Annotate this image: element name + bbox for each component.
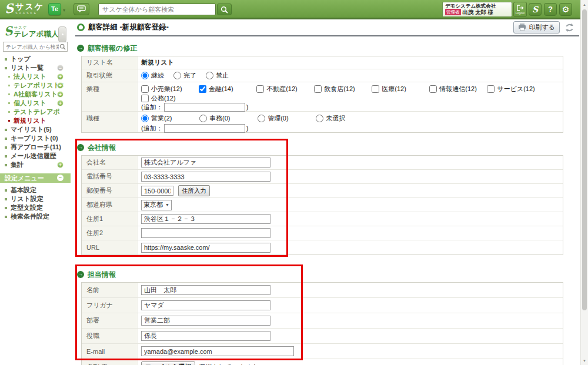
company-name-input[interactable] bbox=[141, 158, 270, 168]
add-icon[interactable]: + bbox=[57, 73, 64, 80]
checkbox-service[interactable]: サービス(12) bbox=[487, 83, 543, 94]
radio-sales[interactable]: 営業(2) bbox=[141, 113, 198, 123]
radio-input[interactable] bbox=[141, 115, 149, 122]
url-input[interactable] bbox=[141, 243, 270, 253]
sidebar-item-keep-list[interactable]: キープリスト(0) bbox=[0, 134, 71, 143]
sidebar-item-reapproach[interactable]: 再アプローチ(11) bbox=[0, 143, 71, 152]
radio-management[interactable]: 管理(0) bbox=[258, 113, 314, 123]
checkbox-input[interactable] bbox=[256, 85, 264, 93]
checkbox-realestate[interactable]: 不動産(12) bbox=[256, 83, 312, 94]
checkbox-it[interactable]: 情報通信(12) bbox=[429, 83, 485, 94]
checkbox-input[interactable] bbox=[314, 85, 322, 93]
radio-input[interactable] bbox=[199, 115, 207, 122]
saaske-logo[interactable]: S サスケ SAASKE bbox=[5, 2, 44, 15]
te-app-button[interactable]: Te bbox=[48, 3, 61, 15]
sidebar: S サスケ テレアポ職人 トップ リスト一覧− 法人リスト+ テレアポリスト3+… bbox=[0, 19, 71, 365]
checkbox-input[interactable] bbox=[199, 85, 206, 93]
sidebar-item-my-list[interactable]: マイリスト(5) bbox=[0, 125, 71, 134]
sidebar-item-list-overview[interactable]: リスト一覧− bbox=[0, 63, 71, 72]
position-input[interactable] bbox=[141, 331, 270, 341]
sidebar-item-a-company-list[interactable]: A社顧客リスト+ bbox=[0, 90, 71, 99]
collapse-icon[interactable]: − bbox=[57, 65, 64, 71]
radio-office[interactable]: 事務(0) bbox=[199, 113, 256, 123]
radio-continue[interactable]: 継続 bbox=[141, 71, 164, 80]
zip-input[interactable] bbox=[141, 186, 173, 196]
address1-input[interactable] bbox=[141, 214, 270, 224]
checkbox-finance[interactable]: 金融(14) bbox=[199, 83, 255, 94]
brand-subtitle: SAASKE bbox=[15, 11, 44, 15]
refresh-icon[interactable] bbox=[564, 23, 574, 32]
job-add-input[interactable] bbox=[164, 124, 245, 133]
address-lookup-button[interactable]: 住所入力 bbox=[178, 185, 210, 196]
file-select-button[interactable]: ファイルを選択 bbox=[141, 361, 195, 365]
scrollbar-thumb[interactable] bbox=[582, 9, 587, 310]
settings-menu-header[interactable]: 設定メニュー − bbox=[0, 173, 71, 183]
radio-input[interactable] bbox=[316, 115, 323, 122]
radio-complete[interactable]: 完了 bbox=[173, 71, 196, 80]
add-icon[interactable]: + bbox=[57, 162, 64, 168]
sidebar-item-mail-history[interactable]: メール送信履歴 bbox=[0, 152, 71, 160]
prefecture-select[interactable]: 東京都 ▼ bbox=[141, 200, 172, 210]
department-input[interactable] bbox=[141, 316, 270, 326]
logout-button[interactable]: Logout bbox=[513, 2, 527, 17]
scroll-down-icon[interactable]: ▼ bbox=[581, 359, 588, 363]
field-label: 部署 bbox=[82, 313, 138, 328]
email-input[interactable] bbox=[141, 346, 294, 356]
radio-forbidden[interactable]: 禁止 bbox=[206, 71, 229, 80]
global-search-input[interactable] bbox=[98, 4, 216, 15]
sidebar-item-test-teleapo[interactable]: テストテレアポ bbox=[0, 108, 71, 116]
kana-input[interactable] bbox=[141, 300, 270, 310]
sidebar-item-template-settings[interactable]: 定型文設定 bbox=[0, 203, 71, 212]
row-kana: フリガナ bbox=[82, 298, 563, 313]
job-options: 営業(2) 事務(0) 管理(0) 未選択 (追加： ) bbox=[138, 112, 563, 132]
sidebar-item-teleapo-list3[interactable]: テレアポリスト3+ bbox=[0, 81, 71, 90]
radio-input[interactable] bbox=[173, 72, 181, 79]
print-button[interactable]: 印刷する bbox=[513, 21, 560, 34]
add-icon[interactable]: + bbox=[57, 91, 64, 98]
sidebar-search-input[interactable] bbox=[3, 42, 68, 52]
chat-button[interactable] bbox=[74, 3, 89, 15]
sidebar-item-aggregate[interactable]: 集計+ bbox=[0, 160, 71, 169]
checkbox-retail[interactable]: 小売業(12) bbox=[141, 83, 197, 94]
sidebar-search-icon[interactable] bbox=[59, 43, 66, 50]
te-caret-icon[interactable]: ▾ bbox=[63, 8, 65, 13]
radio-input[interactable] bbox=[258, 115, 265, 122]
sidebar-item-new-list-active[interactable]: 新規リスト bbox=[0, 116, 71, 125]
radio-input[interactable] bbox=[141, 72, 149, 79]
saaske-s-icon: S bbox=[4, 2, 15, 16]
sidebar-item-list-settings[interactable]: リスト設定 bbox=[0, 195, 71, 203]
checkbox-input[interactable] bbox=[141, 85, 149, 93]
collapse-icon[interactable]: − bbox=[57, 175, 64, 181]
settings-gear-button[interactable]: ⚙ bbox=[559, 3, 572, 16]
checkbox-input[interactable] bbox=[372, 85, 379, 93]
scroll-up-icon[interactable]: ▲ bbox=[581, 3, 588, 6]
global-search-button[interactable] bbox=[217, 4, 232, 15]
radio-input[interactable] bbox=[206, 72, 213, 79]
industry-add-input[interactable] bbox=[164, 103, 245, 112]
address2-input[interactable] bbox=[141, 228, 270, 238]
checkbox-public[interactable]: 公務(12) bbox=[141, 94, 197, 102]
vertical-scrollbar[interactable]: ▲ ▼ bbox=[580, 0, 588, 365]
checkbox-medical[interactable]: 医療(12) bbox=[372, 83, 427, 94]
checkbox-restaurant[interactable]: 飲食店(12) bbox=[314, 83, 370, 94]
sidebar-item-top[interactable]: トップ bbox=[0, 55, 71, 63]
sidebar-item-corporate-list[interactable]: 法人リスト+ bbox=[0, 72, 71, 81]
saaske-home-button[interactable]: S bbox=[529, 3, 542, 16]
help-button[interactable]: ? bbox=[544, 3, 557, 16]
sidebar-item-label: 個人リスト bbox=[14, 99, 46, 106]
checkbox-input[interactable] bbox=[429, 85, 437, 93]
radio-unselected[interactable]: 未選択 bbox=[316, 113, 372, 123]
checkbox-input[interactable] bbox=[487, 85, 495, 93]
row-url: URL bbox=[82, 240, 563, 255]
add-icon[interactable]: + bbox=[57, 82, 64, 89]
add-icon[interactable]: + bbox=[57, 100, 64, 106]
sidebar-item-label: 基本設定 bbox=[11, 186, 36, 193]
sidebar-item-label: リスト一覧 bbox=[11, 64, 44, 71]
sidebar-item-search-settings[interactable]: 検索条件設定 bbox=[0, 212, 71, 221]
sidebar-collapse-handle[interactable] bbox=[58, 26, 66, 42]
phone-input[interactable] bbox=[141, 172, 270, 182]
sidebar-item-personal-list[interactable]: 個人リスト+ bbox=[0, 99, 71, 108]
checkbox-input[interactable] bbox=[141, 95, 149, 102]
sidebar-item-basic-settings[interactable]: 基本設定 bbox=[0, 186, 71, 195]
contact-name-input[interactable] bbox=[141, 285, 270, 295]
